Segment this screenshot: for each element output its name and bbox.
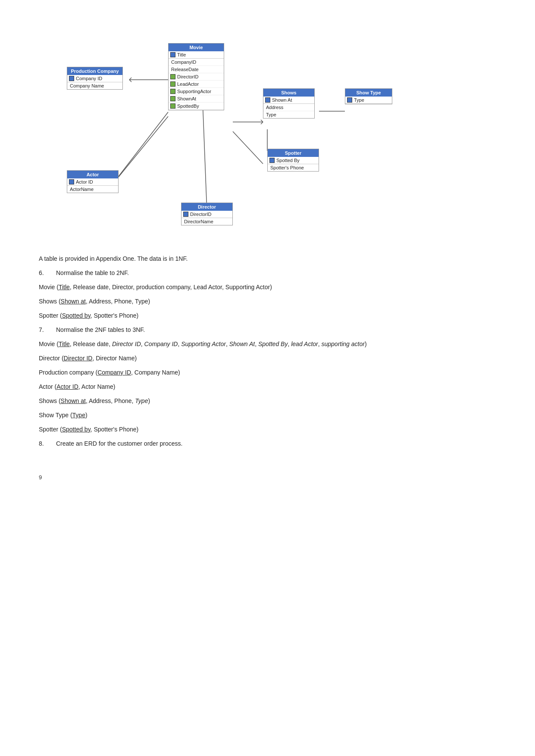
q7-director: Director (Director ID, Director Name) — [39, 354, 496, 363]
entity-production-company-field1: Company Name — [67, 82, 122, 89]
entity-shows-field1: Address — [263, 104, 314, 111]
q8-label: Create an ERD for the customer order pro… — [56, 439, 182, 448]
entity-movie: Movie Title CompanyID ReleaseDate Direct… — [168, 43, 224, 110]
entity-shows: Shows Shown At Address Type — [263, 88, 315, 119]
svg-line-5 — [261, 122, 263, 124]
q6-shows-pk: Shown at — [61, 298, 86, 305]
entity-production-company-header: Production Company — [67, 67, 122, 75]
entity-movie-field3: DirectorID — [169, 73, 224, 81]
fk-icon — [170, 103, 175, 109]
pk-icon — [265, 97, 270, 103]
entity-show-type-header: Show Type — [345, 89, 392, 97]
page-number: 9 — [39, 474, 496, 481]
entity-shows-field2: Type — [263, 111, 314, 118]
entity-movie-header: Movie — [169, 44, 224, 51]
entity-director-pk: DirectorID — [181, 211, 232, 218]
entity-spotter: Spotter Spotted By Spotter's Phone — [267, 149, 319, 172]
entity-production-company: Production Company Company ID Company Na… — [67, 67, 123, 90]
entity-actor-header: Actor — [67, 171, 118, 178]
entity-spotter-field1: Spotter's Phone — [268, 164, 319, 171]
q6-label: Normalise the table to 2NF. — [56, 269, 129, 278]
entity-spotter-pk: Spotted By — [268, 157, 319, 164]
entity-actor-pk: Actor ID — [67, 178, 118, 186]
fk-icon — [170, 81, 175, 87]
pk-icon — [269, 158, 275, 163]
q7-movie-pk: Title — [59, 341, 70, 347]
entity-movie-field4: LeadActor — [169, 81, 224, 88]
fk-icon — [170, 96, 175, 101]
pk-icon — [69, 76, 74, 81]
svg-line-9 — [203, 101, 207, 211]
main-content: A table is provided in Appendix One. The… — [34, 254, 501, 481]
q6-shows: Shows (Shown at, Address, Phone, Type) — [39, 297, 496, 306]
q7-movie-italic5: Spotted By — [258, 341, 288, 347]
q7-movie-italic6: lead Actor — [291, 341, 318, 347]
q7-movie-italic7: supporting actor — [322, 341, 365, 347]
q7-production-pk: Company ID — [97, 369, 131, 376]
intro-paragraph: A table is provided in Appendix One. The… — [39, 254, 496, 263]
entity-director: Director DirectorID DirectorName — [181, 203, 233, 225]
entity-show-type-pk: Type — [345, 97, 392, 104]
q7-movie-italic1: Director ID — [112, 341, 141, 347]
pk-icon — [183, 212, 188, 217]
entity-movie-field2: ReleaseDate — [169, 66, 224, 73]
entity-director-field1: DirectorName — [181, 218, 232, 225]
q7-number: 7. — [39, 325, 56, 334]
fk-icon — [170, 74, 175, 79]
q7-movie-italic3: Supporting Actor — [181, 341, 226, 347]
q7-director-pk: Director ID — [64, 355, 93, 362]
q7-shows-type: Type — [135, 397, 148, 404]
q8-number: 8. — [39, 439, 56, 448]
entity-spotter-header: Spotter — [268, 149, 319, 157]
q7-spotter: Spotter (Spotted by, Spotter's Phone) — [39, 425, 496, 434]
entity-show-type: Show Type Type — [345, 88, 392, 104]
entity-shows-header: Shows — [263, 89, 314, 97]
svg-line-4 — [261, 120, 263, 122]
question-8: 8. Create an ERD for the customer order … — [39, 439, 496, 448]
pk-icon — [69, 179, 74, 184]
entity-production-company-pk: Company ID — [67, 75, 122, 82]
svg-line-2 — [129, 80, 131, 82]
pk-icon — [170, 52, 175, 57]
q7-movie: Movie (Title, Release date, Director ID,… — [39, 340, 496, 349]
entity-director-header: Director — [181, 203, 232, 211]
erd-connectors — [34, 17, 501, 241]
q7-actor: Actor (Actor ID, Actor Name) — [39, 382, 496, 391]
q7-spotter-pk: Spotted by — [62, 426, 91, 433]
q6-spotter-pk: Spotted by — [62, 312, 91, 319]
entity-shows-pk: Shown At — [263, 97, 314, 104]
entity-movie-field5: SupportingActor — [169, 88, 224, 95]
entity-movie-field7: SpottedBy — [169, 103, 224, 110]
q7-show-type-pk: Type — [72, 412, 85, 419]
q7-movie-italic4: Shown At — [229, 341, 255, 347]
entity-movie-field1: CompanyID — [169, 59, 224, 66]
q7-label: Normalise the 2NF tables to 3NF. — [56, 325, 145, 334]
erd-diagram: Movie Title CompanyID ReleaseDate Direct… — [34, 17, 501, 241]
entity-movie-field6: ShownAt — [169, 95, 224, 103]
q6-spotter: Spotter (Spotted by, Spotter's Phone) — [39, 311, 496, 320]
svg-line-1 — [129, 78, 131, 80]
entity-movie-pk: Title — [169, 51, 224, 59]
q7-production: Production company (Company ID, Company … — [39, 368, 496, 377]
fk-icon — [170, 89, 175, 94]
question-6: 6. Normalise the table to 2NF. — [39, 269, 496, 278]
svg-line-10 — [233, 131, 263, 164]
q7-actor-pk: Actor ID — [56, 383, 78, 390]
q6-movie-pk: Title — [59, 284, 70, 291]
entity-actor-field1: ActorName — [67, 186, 118, 193]
question-7: 7. Normalise the 2NF tables to 3NF. — [39, 325, 496, 334]
q6-movie: Movie (Title, Release date, Director, pr… — [39, 283, 496, 292]
svg-line-8 — [110, 116, 168, 187]
q7-shows: Shows (Shown at, Address, Phone, Type) — [39, 397, 496, 406]
entity-actor: Actor Actor ID ActorName — [67, 170, 119, 193]
pk-icon — [347, 97, 352, 103]
svg-line-7 — [110, 112, 168, 187]
q6-number: 6. — [39, 269, 56, 278]
q7-show-type: Show Type (Type) — [39, 411, 496, 420]
q7-movie-italic2: Company ID — [144, 341, 178, 347]
q7-shows-pk: Shown at — [61, 397, 86, 404]
